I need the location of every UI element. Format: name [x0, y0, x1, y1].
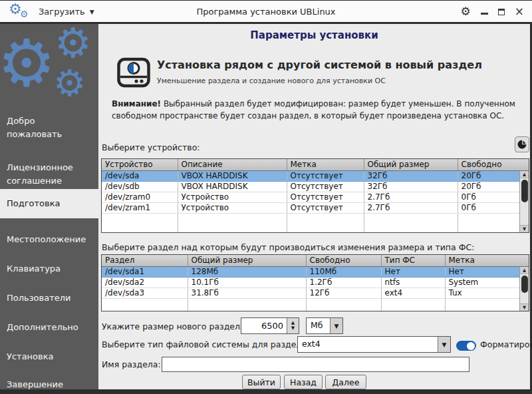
size-input[interactable] [241, 318, 287, 333]
scroll-up-icon[interactable]: ▲ [520, 171, 529, 178]
main-content: Параметры установки Установка рядом с др… [98, 24, 530, 389]
filesystem-dropdown[interactable]: ext4 ▼ [297, 336, 451, 353]
device-table[interactable]: УстройствоОписаниеМеткаОбщий размерСвобо… [101, 158, 529, 233]
sidebar-item-additional[interactable]: Дополнительно [0, 321, 98, 334]
warning-text: Внимание! Выбранный раздел будет модифиц… [112, 98, 519, 122]
partition-table-scrollbar[interactable]: ▲ ▼ [519, 267, 529, 311]
unit-dropdown[interactable]: Мб ▼ [306, 317, 343, 334]
section-heading: Установка рядом с другой системой в новы… [157, 59, 482, 71]
spinner-arrows-icon[interactable]: ▲▼ [287, 318, 299, 333]
table-row[interactable]: /dev/zram0УстройствоОтсутствует2.7Гб0Гб [102, 192, 529, 202]
chevron-down-icon: ▼ [330, 318, 342, 333]
column-header[interactable]: Общий размер [188, 255, 306, 266]
sidebar-item-location[interactable]: Местоположение [0, 233, 98, 246]
page-title: Параметры установки [98, 29, 530, 41]
column-header[interactable]: Устройство [102, 159, 178, 170]
section-subheading: Уменьшение раздела и создание нового для… [157, 77, 386, 85]
toggle-knob [467, 342, 475, 350]
table-row[interactable]: /dev/sda210.1Гб1.2ГбntfsSystem [102, 277, 529, 288]
filesystem-value: ext4 [298, 337, 438, 352]
scroll-down-icon[interactable]: ▼ [520, 225, 529, 232]
sidebar-item-users[interactable]: Пользователи [0, 292, 98, 305]
close-icon[interactable]: × [515, 7, 524, 17]
hard-drive-icon [116, 55, 152, 91]
sidebar-item-welcome[interactable]: Добро пожаловать [0, 114, 80, 141]
device-select-label: Выберите устройство: [102, 142, 200, 152]
size-label: Укажите размер нового раздела: [102, 321, 248, 331]
partition-select-label: Выберите раздел над которым будут произв… [102, 242, 474, 252]
column-header[interactable]: Общий размер [364, 159, 458, 170]
column-header[interactable]: Свободно [306, 255, 381, 266]
empty-row [102, 224, 529, 233]
partition-chart-button[interactable] [515, 136, 529, 152]
app-gears-icon: ⚙⚙ [9, 1, 35, 23]
table-row[interactable]: /dev/sdbVBOX HARDDISKОтсутствует32Гб20Гб [102, 181, 529, 192]
window-title: Программа установки UBLinux [100, 1, 432, 23]
partition-table[interactable]: РазделОбщий размерСвободноТип ФСМетка /d… [101, 254, 529, 311]
format-label: Форматировать [480, 339, 532, 349]
chevron-down-icon: ▼ [438, 337, 450, 352]
empty-row [102, 298, 529, 309]
next-button[interactable]: Далее [325, 375, 366, 389]
load-button[interactable]: Загрузить ▼ [39, 1, 94, 23]
table-row[interactable]: /dev/sdaVBOX HARDDISKОтсутствует32Гб20Гб [102, 170, 529, 181]
column-header[interactable]: Раздел [102, 255, 188, 266]
pie-chart-icon [517, 139, 527, 150]
device-table-scrollbar[interactable]: ▲ ▼ [519, 171, 529, 232]
partition-name-input[interactable] [162, 357, 469, 372]
sidebar-item-finish[interactable]: Завершение [0, 378, 98, 389]
chevron-down-icon: ▼ [90, 9, 94, 15]
back-button[interactable]: Назад [284, 375, 323, 389]
filesystem-label: Выберите тип файловой системы для раздел… [102, 339, 309, 349]
device-table-header: УстройствоОписаниеМеткаОбщий размерСвобо… [102, 159, 529, 170]
column-header[interactable]: Метка [445, 255, 529, 266]
scrollbar-thumb[interactable] [521, 180, 528, 202]
sidebar-item-license[interactable]: Лицензионное соглашение [0, 161, 86, 188]
installer-window: ⚙⚙ Загрузить ▼ Программа установки UBLin… [0, 0, 532, 394]
sidebar-item-installation[interactable]: Установка [0, 350, 98, 363]
column-header[interactable]: Описание [178, 159, 287, 170]
scroll-down-icon[interactable]: ▼ [520, 303, 529, 311]
table-row[interactable]: /dev/sda1128Мб110МбНетНет [102, 266, 529, 277]
column-header[interactable]: Тип ФС [381, 255, 445, 266]
table-row[interactable]: /dev/sda331.8Гб12Гбext4Tux [102, 288, 529, 298]
sidebar-item-keyboard[interactable]: Клавиатура [0, 262, 98, 276]
partition-table-header: РазделОбщий размерСвободноТип ФСМетка [102, 255, 529, 266]
exit-button[interactable]: Выйти [242, 375, 281, 389]
partition-name-label: Имя раздела: [102, 359, 161, 369]
scroll-up-icon[interactable]: ▲ [520, 267, 529, 274]
sidebar-item-preparation[interactable]: Подготовка [0, 189, 98, 218]
size-spinbox: ▲▼ [241, 317, 299, 334]
unit-value: Мб [307, 318, 330, 333]
scrollbar-thumb[interactable] [521, 276, 528, 293]
titlebar: ⚙⚙ Загрузить ▼ Программа установки UBLin… [0, 0, 532, 22]
empty-row [102, 213, 529, 224]
gear-icon[interactable]: ⚙ [461, 6, 471, 17]
load-button-label: Загрузить [39, 7, 85, 17]
sidebar: ⚙ ⚙ ⚙ Добро пожаловать Лицензионное согл… [0, 24, 98, 389]
minimize-icon[interactable] [481, 13, 488, 15]
maximize-icon[interactable] [498, 9, 505, 15]
empty-row [102, 309, 529, 311]
table-row[interactable]: /dev/zram1УстройствоОтсутствует2.7Гб0Гб [102, 202, 529, 213]
format-toggle[interactable] [456, 341, 476, 351]
warning-bold: Внимание! [112, 99, 161, 108]
titlebar-controls: ⚙ × [461, 1, 525, 23]
column-header[interactable]: Метка [287, 159, 364, 170]
column-header[interactable]: Свободно [458, 159, 529, 170]
